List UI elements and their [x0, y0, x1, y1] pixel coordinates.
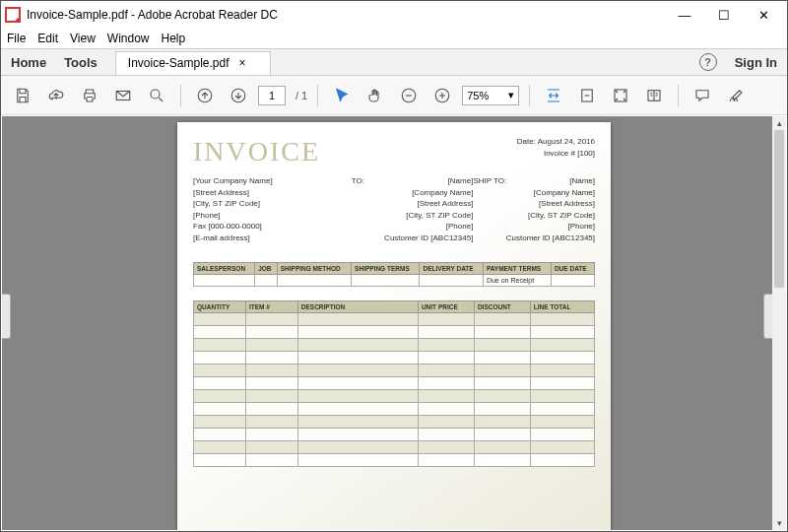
terms-table: Salesperson Job Shipping Method Shipping…	[193, 262, 595, 287]
zoom-in-icon[interactable]	[428, 82, 456, 109]
menu-file[interactable]: File	[7, 32, 26, 45]
fit-page-icon[interactable]	[573, 82, 601, 109]
page-total: / 1	[296, 90, 307, 101]
app-bar: Home Tools Invoice-Sample.pdf × ? Sign I…	[1, 48, 787, 76]
scrollbar[interactable]: ▴ ▾	[772, 116, 786, 530]
tab-label: Invoice-Sample.pdf	[128, 56, 230, 70]
print-icon[interactable]	[76, 82, 103, 109]
sign-icon[interactable]	[722, 82, 750, 109]
menu-view[interactable]: View	[70, 32, 96, 45]
line-items-table: Quantity Item # Description Unit Price D…	[193, 300, 595, 467]
invoice-title: INVOICE	[193, 136, 320, 167]
zoom-out-icon[interactable]	[395, 82, 423, 109]
nav-tools[interactable]: Tools	[64, 55, 98, 70]
menu-bar: File Edit View Window Help	[1, 29, 787, 48]
search-icon[interactable]	[143, 82, 170, 109]
document-tab[interactable]: Invoice-Sample.pdf ×	[115, 51, 271, 75]
page-number-input[interactable]	[258, 86, 286, 105]
pdf-page: INVOICE Date: August 24, 2016 Invoice # …	[177, 122, 611, 530]
title-bar: Invoice-Sample.pdf - Adobe Acrobat Reade…	[1, 1, 787, 29]
fullscreen-icon[interactable]	[607, 82, 634, 109]
svg-point-1	[151, 90, 160, 99]
to-address: TO: [Name] [Company Name] [Street Addres…	[352, 175, 474, 244]
window-title: Invoice-Sample.pdf - Adobe Acrobat Reade…	[27, 8, 665, 22]
from-address: [Your Company Name] [Street Address] [Ci…	[193, 175, 352, 244]
hand-tool-icon[interactable]	[361, 82, 389, 109]
select-tool-icon[interactable]	[328, 82, 356, 109]
read-mode-icon[interactable]	[640, 82, 668, 109]
menu-help[interactable]: Help	[162, 32, 186, 45]
page-down-icon[interactable]	[225, 82, 252, 109]
help-icon[interactable]: ?	[699, 53, 717, 71]
tab-close-icon[interactable]: ×	[239, 56, 246, 70]
sign-in-button[interactable]: Sign In	[735, 55, 777, 70]
mail-icon[interactable]	[109, 82, 137, 109]
app-icon	[5, 7, 21, 23]
nav-home[interactable]: Home	[11, 55, 46, 70]
scroll-down-icon[interactable]: ▾	[772, 516, 786, 530]
zoom-select[interactable]: 75%▾	[462, 86, 519, 105]
comment-icon[interactable]	[689, 82, 716, 109]
cloud-icon[interactable]	[42, 82, 70, 109]
scroll-thumb[interactable]	[774, 130, 784, 288]
menu-edit[interactable]: Edit	[37, 32, 58, 45]
right-panel-handle[interactable]	[763, 294, 772, 339]
save-icon[interactable]	[9, 82, 36, 109]
maximize-button[interactable]: ☐	[704, 1, 744, 29]
minimize-button[interactable]: —	[665, 1, 704, 29]
close-button[interactable]: ✕	[744, 1, 783, 29]
scroll-up-icon[interactable]: ▴	[772, 116, 786, 130]
page-up-icon[interactable]	[191, 82, 219, 109]
document-viewer: ▴ ▾ INVOICE Date: August 24, 2016 Invoic…	[2, 116, 786, 530]
menu-window[interactable]: Window	[107, 32, 150, 45]
chevron-down-icon: ▾	[508, 89, 514, 101]
left-panel-handle[interactable]	[2, 294, 11, 339]
toolbar: / 1 75%▾	[1, 76, 787, 115]
fit-width-icon[interactable]	[540, 82, 567, 109]
shipto-address: SHIP TO: [Name] [Company Name] [Street A…	[473, 175, 595, 244]
invoice-meta: Date: August 24, 2016 Invoice # [100]	[517, 136, 595, 160]
